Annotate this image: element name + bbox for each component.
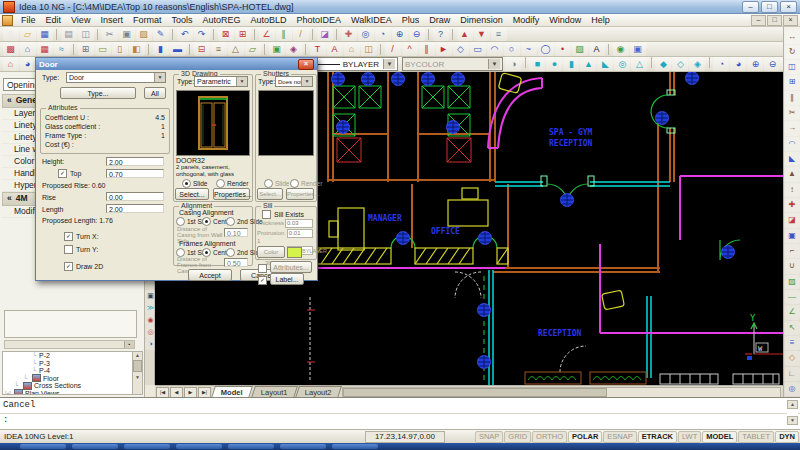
solid-torus-icon[interactable]: ◎	[614, 57, 630, 71]
text-style-icon[interactable]: T	[310, 42, 326, 56]
roof-icon[interactable]: △	[228, 42, 244, 56]
idea-layers-icon[interactable]: ▩	[3, 42, 19, 56]
scrollbar-thumb[interactable]	[133, 360, 142, 372]
save-icon[interactable]: ▦	[37, 27, 53, 41]
zoom-dynamic-icon[interactable]: ◕	[730, 57, 746, 71]
command-scrollbar[interactable]: ▲ ▼	[787, 400, 798, 427]
child-restore-button[interactable]: □	[767, 15, 782, 26]
zoom-realtime-icon[interactable]: ◎	[358, 27, 374, 41]
arrow-icon[interactable]: ►	[436, 42, 452, 56]
solid-union-icon[interactable]: ◆	[655, 57, 671, 71]
3d-select-button[interactable]: Select...	[175, 188, 209, 200]
slide-radio[interactable]: Slide	[182, 179, 207, 188]
wall-icon[interactable]: ▭	[95, 42, 111, 56]
chevron-down-icon[interactable]: ▼	[236, 77, 247, 86]
3d-type-dropdown[interactable]: Parametric ▼	[194, 76, 248, 87]
view-3d-icon[interactable]: ◈	[286, 42, 302, 56]
column-icon[interactable]: ▮	[153, 42, 169, 56]
insert-block-icon[interactable]: ◫	[361, 42, 377, 56]
chevron-down-icon[interactable]: ▼	[488, 59, 500, 69]
taskbar-button[interactable]	[124, 444, 170, 449]
fillet-icon[interactable]: ◠	[785, 137, 800, 151]
top-checkbox[interactable]: ✓ Top	[58, 169, 81, 178]
top-field[interactable]: 0.70	[106, 169, 164, 178]
command-window[interactable]: Cancel : ▲ ▼	[0, 397, 800, 429]
copy-icon[interactable]: ▣	[119, 27, 135, 41]
spline-icon[interactable]: ~	[521, 42, 537, 56]
frames-distance-field[interactable]: 0.50	[224, 258, 248, 267]
copy-entity-icon[interactable]: ▣	[785, 229, 800, 243]
tree-item-p-3[interactable]: └P-3	[3, 360, 142, 368]
accept-button[interactable]: Accept	[188, 269, 232, 281]
copy-floor-icon[interactable]: ▣	[269, 42, 285, 56]
menu-draw[interactable]: Draw	[424, 14, 455, 26]
tree-item-plan-views[interactable]: [+]Plan Views	[3, 390, 142, 396]
taskbar-button[interactable]	[280, 444, 326, 449]
zoom-window-icon[interactable]: ◔	[375, 27, 391, 41]
level-down-icon[interactable]: ▼	[474, 27, 490, 41]
menu-tools[interactable]: Tools	[166, 14, 197, 26]
label-checkbox[interactable]: ✓	[258, 276, 267, 285]
label-button[interactable]: Label...	[270, 273, 304, 285]
match-properties-icon[interactable]: ⊠	[218, 27, 234, 41]
join-icon[interactable]: ∪	[785, 259, 800, 273]
zoom-out-icon[interactable]: ⊖	[409, 27, 425, 41]
arc-icon[interactable]: ◠	[487, 42, 503, 56]
polyline-edit-icon[interactable]: ∥	[276, 27, 292, 41]
stretch-icon[interactable]: ↕	[785, 183, 800, 197]
grid-icon[interactable]: ⊞	[78, 42, 94, 56]
hatch-icon[interactable]: ▨	[572, 42, 588, 56]
scrollbar-thumb[interactable]	[343, 388, 607, 397]
walkidea-icon[interactable]: ⌂	[3, 57, 19, 71]
menu-dimension[interactable]: Dimension	[455, 14, 508, 26]
trim-icon[interactable]: ✂	[785, 106, 800, 120]
block-icon[interactable]: ⌂	[344, 42, 360, 56]
menu-plus[interactable]: Plus	[397, 14, 425, 26]
cut-icon[interactable]: ✂	[102, 27, 118, 41]
door-tool-icon[interactable]: ◧	[129, 42, 145, 56]
tree-expander-icon[interactable]: [+]	[5, 390, 12, 396]
type-library-button[interactable]: Type...	[60, 87, 136, 99]
taskbar-button[interactable]	[176, 444, 222, 449]
zoom-in-icon[interactable]: ⊕	[392, 27, 408, 41]
format-painter-icon[interactable]: ✎	[153, 27, 169, 41]
sill-exists-checkbox[interactable]: Sill Exists	[262, 210, 304, 219]
sill-row-field[interactable]: 0.03	[285, 219, 313, 228]
zoom-previous-icon[interactable]: ⊖	[764, 57, 780, 71]
layers-icon[interactable]: ≡	[491, 27, 507, 41]
solid-intersect-icon[interactable]: ◈	[689, 57, 705, 71]
print-icon[interactable]: ▤	[61, 27, 77, 41]
ucs-icon[interactable]: ∟	[785, 367, 800, 381]
break-icon[interactable]: ⌐	[785, 244, 800, 258]
dialog-close-icon[interactable]: ×	[298, 59, 314, 70]
polyline-icon[interactable]: ^	[402, 42, 418, 56]
ellipse-icon[interactable]: ◯	[538, 42, 554, 56]
regen-icon[interactable]: ⊞	[235, 27, 251, 41]
explode-icon[interactable]: ✚	[785, 198, 800, 212]
all-button[interactable]: All	[144, 87, 166, 99]
chevron-down-icon[interactable]: ▼	[301, 77, 312, 86]
toggle-tablet[interactable]: TABLET	[738, 431, 774, 443]
rise-field[interactable]: 0.00	[106, 192, 164, 201]
stairs-icon[interactable]: ≡	[211, 42, 227, 56]
close-button[interactable]: ×	[780, 1, 797, 13]
dialog-title-bar[interactable]: Door ×	[36, 58, 317, 70]
rotate-icon[interactable]: ↻	[785, 45, 800, 59]
slab-icon[interactable]: ▱	[245, 42, 261, 56]
taskbar-button[interactable]	[72, 444, 118, 449]
chevron-down-icon[interactable]: ▼	[154, 73, 165, 82]
color-dropdown[interactable]: BYCOLOR ▼	[402, 57, 503, 71]
solid-pyramid-icon[interactable]: △	[631, 57, 647, 71]
mtext-icon[interactable]: A	[589, 42, 605, 56]
turn-y-checkbox[interactable]: Turn Y:	[64, 245, 98, 254]
solid-wedge-icon[interactable]: ◣	[597, 57, 613, 71]
taskbar-button[interactable]	[332, 444, 378, 449]
building-icon[interactable]: ⌂	[20, 42, 36, 56]
line-icon[interactable]: /	[385, 42, 401, 56]
offset-icon[interactable]: ∥	[785, 91, 800, 105]
taskbar-button[interactable]	[228, 444, 274, 449]
line-edit-icon[interactable]: /	[293, 27, 309, 41]
panel-horizontal-scrollbar[interactable]: ▪	[4, 340, 135, 349]
render-icon[interactable]: ◑	[505, 57, 521, 71]
menu-modify[interactable]: Modify	[508, 14, 545, 26]
